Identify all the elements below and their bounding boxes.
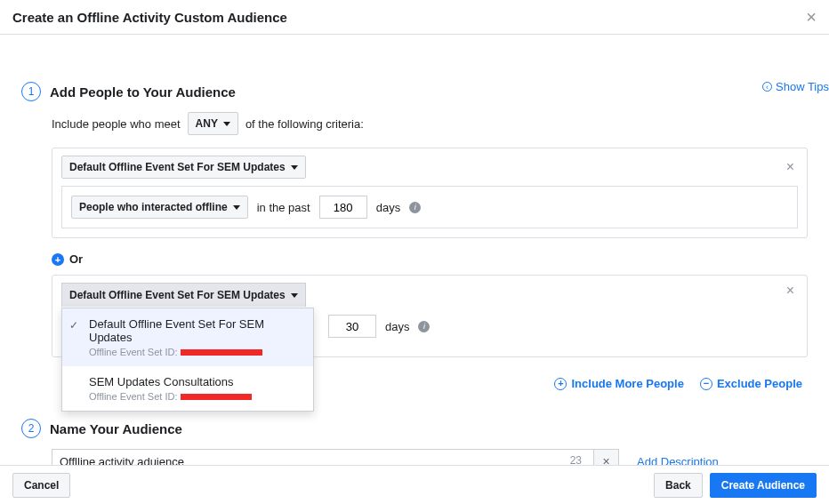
- dialog-footer: Cancel Back Create Audience: [0, 465, 829, 504]
- chevron-left-icon: ‹: [762, 82, 772, 92]
- info-icon[interactable]: i: [418, 321, 430, 332]
- rule1-interaction-dropdown[interactable]: People who interacted offline: [71, 196, 248, 219]
- cancel-button[interactable]: Cancel: [12, 473, 70, 498]
- minus-circle-icon: −: [700, 378, 712, 390]
- section2-title: Name Your Audience: [50, 421, 182, 436]
- rule1-days-input[interactable]: [319, 196, 367, 219]
- rule2-days-input[interactable]: [328, 315, 376, 338]
- create-audience-button[interactable]: Create Audience: [710, 473, 817, 498]
- dialog-body: ‹ Show Tips 1 Add People to Your Audienc…: [0, 69, 829, 492]
- rule1-event-set-dropdown[interactable]: Default Offline Event Set For SEM Update…: [61, 156, 306, 179]
- option-sub-prefix: Offline Event Set ID:: [89, 391, 177, 402]
- include-more-people-link[interactable]: + Include More People: [554, 377, 683, 390]
- exclude-people-link[interactable]: − Exclude People: [700, 377, 802, 390]
- rule1-interaction-label: People who interacted offline: [79, 201, 228, 213]
- dialog-title: Create an Offline Activity Custom Audien…: [12, 10, 287, 25]
- redacted-id: [181, 394, 252, 400]
- info-icon[interactable]: i: [409, 202, 421, 213]
- chevron-down-icon: [291, 293, 298, 298]
- rule1-past-label: in the past: [257, 201, 310, 214]
- close-icon[interactable]: ×: [806, 8, 817, 26]
- redacted-id: [181, 349, 262, 356]
- rule2-days-label: days: [385, 320, 409, 333]
- rule1-days-label: days: [376, 201, 400, 214]
- option-sub-prefix: Offline Event Set ID:: [89, 347, 177, 357]
- rule-card-2: × Default Offline Event Set For SEM Upda…: [52, 275, 808, 357]
- match-mode-label: ANY: [196, 117, 218, 130]
- rule2-event-set-label: Default Offline Event Set For SEM Update…: [69, 289, 286, 301]
- exclude-label: Exclude People: [717, 377, 802, 390]
- show-tips-link[interactable]: ‹ Show Tips: [762, 80, 829, 93]
- option-name: SEM Updates Consultations: [89, 375, 302, 388]
- chevron-down-icon: [223, 122, 230, 126]
- option-name: Default Offline Event Set For SEM Update…: [89, 317, 302, 344]
- step-1-badge: 1: [21, 82, 41, 101]
- include-more-label: Include More People: [571, 377, 683, 390]
- plus-circle-icon: +: [554, 378, 567, 390]
- event-set-option[interactable]: ✓ Default Offline Event Set For SEM Upda…: [62, 308, 313, 366]
- rule2-event-set-dropdown[interactable]: Default Offline Event Set For SEM Update…: [61, 283, 306, 307]
- or-label: Or: [69, 252, 83, 266]
- rule-card-1: Default Offline Event Set For SEM Update…: [52, 148, 808, 238]
- event-set-option[interactable]: SEM Updates Consultations Offline Event …: [62, 366, 313, 411]
- plus-icon: +: [52, 253, 64, 266]
- event-set-options-panel: ✓ Default Offline Event Set For SEM Upda…: [61, 308, 314, 412]
- divider: [0, 34, 829, 35]
- step-2-badge: 2: [21, 419, 41, 438]
- include-prefix: Include people who meet: [52, 117, 181, 131]
- rule1-remove-icon[interactable]: ×: [783, 159, 798, 175]
- show-tips-label: Show Tips: [776, 80, 829, 93]
- check-icon: ✓: [69, 319, 78, 332]
- rule1-event-set-label: Default Offline Event Set For SEM Update…: [69, 161, 286, 173]
- chevron-down-icon: [291, 165, 298, 170]
- match-mode-dropdown[interactable]: ANY: [188, 112, 238, 135]
- back-button[interactable]: Back: [654, 473, 703, 498]
- chevron-down-icon: [233, 205, 240, 210]
- section1-title: Add People to Your Audience: [50, 84, 236, 100]
- include-suffix: of the following criteria:: [245, 117, 364, 131]
